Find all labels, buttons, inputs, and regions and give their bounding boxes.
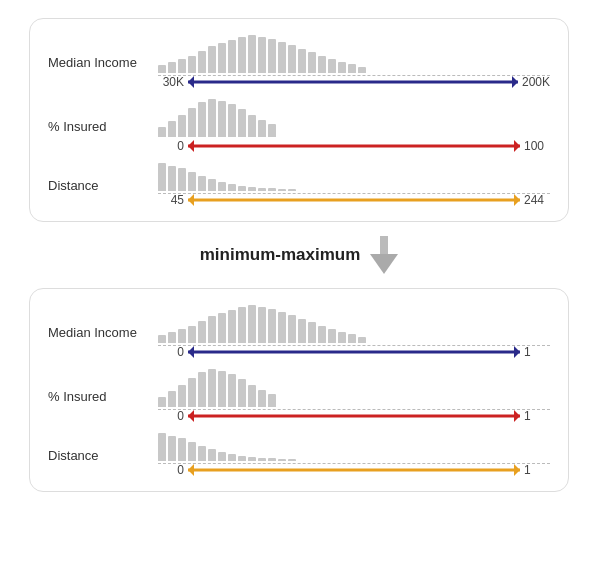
histogram-bar	[288, 459, 296, 461]
histogram-bar	[268, 188, 276, 191]
row-label: Distance	[48, 178, 158, 193]
row-label: Distance	[48, 448, 158, 463]
right-value: 244	[524, 193, 550, 207]
right-value: 100	[524, 139, 550, 153]
histogram-bar	[298, 49, 306, 73]
histogram-bar	[258, 37, 266, 73]
histogram-bar	[238, 37, 246, 73]
right-value: 1	[524, 463, 550, 477]
arrow-line	[188, 81, 518, 84]
histogram-bar	[348, 334, 356, 343]
histogram-bar	[238, 379, 246, 407]
histogram-bar	[198, 321, 206, 343]
histogram-bar	[248, 457, 256, 461]
histogram-bar	[308, 52, 316, 73]
histogram-bar	[228, 40, 236, 73]
histogram-bar	[168, 62, 176, 73]
histogram-bar	[168, 332, 176, 343]
histogram-bar	[218, 43, 226, 73]
histogram-bar	[178, 438, 186, 461]
histogram-bar	[278, 42, 286, 73]
histogram-bar	[198, 51, 206, 73]
histogram-bar	[238, 307, 246, 343]
histogram-bar	[358, 337, 366, 343]
histogram-bar	[188, 326, 196, 343]
histogram-bar	[168, 391, 176, 407]
data-row: Distance45244	[48, 163, 550, 207]
histogram-bar	[328, 329, 336, 343]
histogram-bar	[218, 452, 226, 461]
histogram-bar	[258, 390, 266, 407]
histogram-bar	[248, 115, 256, 137]
histogram-bar	[158, 65, 166, 73]
histogram	[158, 35, 550, 73]
histogram	[158, 433, 550, 461]
histogram-bar	[238, 456, 246, 461]
histogram-bar	[178, 385, 186, 407]
chart-arrow-wrapper: 01	[158, 305, 550, 359]
histogram-bar	[258, 120, 266, 137]
left-value: 0	[158, 463, 184, 477]
histogram-bar	[298, 319, 306, 343]
histogram-bar	[228, 374, 236, 407]
histogram-bar	[158, 163, 166, 191]
histogram-bar	[258, 458, 266, 461]
histogram-bar	[198, 176, 206, 191]
histogram-bar	[188, 442, 196, 461]
histogram-bar	[318, 56, 326, 73]
histogram-bar	[158, 127, 166, 137]
data-row: Median Income01	[48, 305, 550, 359]
data-row: Distance01	[48, 433, 550, 477]
histogram-bar	[178, 115, 186, 137]
bottom-panel: Median Income01% Insured01Distance01	[29, 288, 569, 492]
dashed-line	[158, 463, 550, 464]
histogram-bar	[208, 99, 216, 137]
histogram-bar	[338, 62, 346, 73]
chart-arrow-wrapper: 01	[158, 433, 550, 477]
right-value: 1	[524, 409, 550, 423]
histogram-bar	[358, 67, 366, 73]
histogram-bar	[248, 187, 256, 191]
dashed-line	[158, 345, 550, 346]
chart-arrow-wrapper: 30K200K	[158, 35, 550, 89]
right-value: 200K	[522, 75, 550, 89]
histogram-bar	[218, 371, 226, 407]
arrow-row: 30K200K	[158, 75, 550, 89]
middle-section: minimum-maximum	[200, 236, 399, 274]
histogram-bar	[278, 189, 286, 191]
chart-arrow-wrapper: 0100	[158, 99, 550, 153]
histogram-bar	[268, 39, 276, 73]
histogram-bar	[158, 335, 166, 343]
down-arrow-wrapper	[370, 236, 398, 274]
histogram-bar	[168, 121, 176, 137]
histogram-bar	[168, 166, 176, 191]
histogram-bar	[348, 64, 356, 73]
histogram-bar	[248, 385, 256, 407]
data-row: % Insured01	[48, 369, 550, 423]
arrow-line	[188, 145, 520, 148]
left-value: 45	[158, 193, 184, 207]
dashed-line	[158, 409, 550, 410]
histogram-bar	[158, 433, 166, 461]
arrow-row: 0100	[158, 139, 550, 153]
dashed-line	[158, 193, 550, 194]
histogram-bar	[218, 182, 226, 191]
histogram-bar	[178, 59, 186, 73]
histogram-bar	[288, 45, 296, 73]
histogram-bar	[248, 305, 256, 343]
histogram-bar	[178, 168, 186, 191]
histogram-bar	[198, 446, 206, 461]
arrow-down-head	[370, 254, 398, 274]
chart-arrow-wrapper: 01	[158, 369, 550, 423]
histogram-bar	[218, 101, 226, 137]
histogram-bar	[238, 186, 246, 191]
histogram-bar	[278, 459, 286, 461]
histogram-bar	[188, 172, 196, 191]
histogram-bar	[198, 102, 206, 137]
row-label: Median Income	[48, 325, 158, 340]
right-value: 1	[524, 345, 550, 359]
data-row: % Insured0100	[48, 99, 550, 153]
row-label: Median Income	[48, 55, 158, 70]
arrow-line	[188, 415, 520, 418]
left-value: 0	[158, 345, 184, 359]
